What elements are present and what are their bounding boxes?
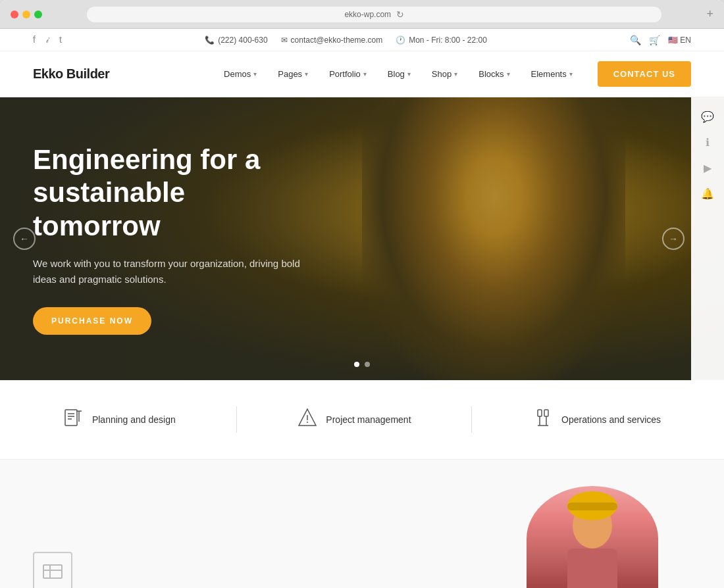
contact-button[interactable]: Contact US [598, 61, 691, 87]
lower-left [33, 486, 467, 588]
social-links: f 𝒾 t [33, 34, 62, 45]
service-label-operations: Operations and services [561, 414, 661, 425]
minimize-button[interactable] [22, 11, 30, 18]
site-logo[interactable]: Ekko Builder [33, 66, 109, 82]
close-button[interactable] [11, 11, 18, 18]
svg-point-8 [307, 422, 308, 423]
search-icon[interactable]: 🔍 [630, 35, 641, 45]
slider-prev-button[interactable]: ← [13, 228, 36, 250]
nav-label-demos: Demos [224, 69, 251, 79]
service-item-project: Project management [297, 407, 411, 433]
lower-section [0, 460, 724, 588]
slider-dots [354, 362, 370, 367]
chevron-down-icon: ▾ [363, 70, 367, 78]
nav-item-portfolio[interactable]: Portfolio ▾ [320, 64, 376, 84]
nav-label-blocks: Blocks [478, 69, 504, 79]
construction-icon [33, 552, 72, 588]
service-item-operations: Operations and services [532, 407, 661, 433]
url-text: ekko-wp.com [344, 10, 391, 19]
email-address: contact@ekko-theme.com [291, 36, 383, 45]
nav-menu: Demos ▾ Pages ▾ Portfolio ▾ Blog ▾ Shop [215, 61, 691, 87]
chevron-down-icon: ▾ [305, 70, 308, 78]
nav-item-shop[interactable]: Shop ▾ [423, 64, 467, 84]
project-icon [297, 407, 318, 433]
svg-rect-0 [65, 410, 77, 426]
main-navigation: Ekko Builder Demos ▾ Pages ▾ Portfolio ▾… [0, 51, 724, 97]
language-selector[interactable]: 🇺🇸 EN [668, 36, 691, 45]
hours-info: 🕐 Mon - Fri: 8:00 - 22:00 [396, 36, 487, 45]
nav-item-blog[interactable]: Blog ▾ [378, 64, 420, 84]
hours-text: Mon - Fri: 8:00 - 22:00 [409, 36, 487, 45]
svg-rect-19 [567, 502, 617, 510]
browser-chrome: ekko-wp.com ↻ + [0, 0, 724, 29]
maximize-button[interactable] [34, 11, 42, 18]
website-content: f 𝒾 t 📞 (222) 400-630 ✉ contact@ekko-the… [0, 29, 724, 588]
hero-content: Engineering for a sustainable tomorrow W… [0, 97, 342, 335]
service-label-project: Project management [326, 414, 411, 425]
email-icon: ✉ [281, 36, 288, 45]
email-info: ✉ contact@ekko-theme.com [281, 36, 383, 45]
svg-rect-20 [567, 549, 617, 588]
service-item-planning: Planning and design [63, 407, 176, 433]
phone-icon: 📞 [205, 36, 215, 45]
nav-label-blog: Blog [388, 69, 405, 79]
arrow-right-icon: → [669, 233, 678, 244]
info-icon[interactable]: ℹ [706, 136, 710, 149]
new-tab-button[interactable]: + [706, 7, 713, 21]
address-bar[interactable]: ekko-wp.com ↻ [87, 7, 661, 22]
comment-icon[interactable]: 💬 [701, 110, 714, 123]
slider-next-button[interactable]: → [662, 228, 685, 250]
hero-cta-button[interactable]: PURCHASE NOW [33, 307, 151, 335]
facebook-icon[interactable]: f [33, 34, 36, 45]
chevron-down-icon: ▾ [569, 70, 573, 78]
twitter-icon[interactable]: t [59, 34, 62, 45]
flag-icon: 🇺🇸 [668, 36, 678, 45]
cart-icon[interactable]: 🛒 [649, 35, 660, 45]
right-sidebar: 💬 ℹ ▶ 🔔 [691, 97, 724, 380]
lang-label: EN [680, 36, 691, 45]
clock-icon: 🕐 [396, 36, 405, 45]
nav-item-blocks[interactable]: Blocks ▾ [469, 64, 519, 84]
slider-dot-2[interactable] [365, 362, 370, 367]
contact-info: 📞 (222) 400-630 ✉ contact@ekko-theme.com… [205, 36, 487, 45]
top-bar-actions: 🔍 🛒 🇺🇸 EN [630, 35, 691, 45]
nav-item-demos[interactable]: Demos ▾ [215, 64, 266, 84]
browser-window: ekko-wp.com ↻ + f 𝒾 t 📞 (222) 400-630 ✉ … [0, 0, 724, 588]
slider-dot-1[interactable] [354, 362, 359, 367]
hero-title: Engineering for a sustainable tomorrow [33, 143, 309, 243]
instagram-icon[interactable]: 𝒾 [46, 34, 49, 45]
nav-label-elements: Elements [531, 69, 567, 79]
chevron-down-icon: ▾ [407, 70, 411, 78]
chevron-down-icon: ▾ [454, 70, 457, 78]
service-label-planning: Planning and design [92, 414, 176, 425]
hero-subtitle: We work with you to transform your organ… [33, 256, 309, 287]
person-image [527, 486, 658, 588]
hero-section: ← Engineering for a sustainable tomorrow… [0, 97, 724, 380]
svg-rect-14 [43, 565, 62, 578]
traffic-lights [11, 11, 42, 18]
nav-label-pages: Pages [278, 69, 302, 79]
phone-info: 📞 (222) 400-630 [205, 36, 267, 45]
service-divider-1 [236, 406, 237, 433]
svg-rect-10 [544, 410, 548, 416]
planning-icon [63, 407, 84, 433]
services-bar: Planning and design Project management [0, 380, 724, 460]
service-divider-2 [471, 406, 472, 433]
svg-rect-9 [538, 410, 542, 416]
nav-item-elements[interactable]: Elements ▾ [522, 64, 582, 84]
bell-icon[interactable]: 🔔 [701, 187, 714, 200]
refresh-icon[interactable]: ↻ [396, 9, 404, 20]
nav-label-shop: Shop [432, 69, 452, 79]
phone-number: (222) 400-630 [218, 36, 267, 45]
arrow-left-icon: ← [20, 233, 29, 244]
top-bar: f 𝒾 t 📞 (222) 400-630 ✉ contact@ekko-the… [0, 29, 724, 51]
nav-item-pages[interactable]: Pages ▾ [269, 64, 317, 84]
play-icon[interactable]: ▶ [704, 162, 711, 174]
operations-icon [532, 407, 554, 433]
chevron-down-icon: ▾ [253, 70, 257, 78]
lower-right [494, 486, 691, 588]
chevron-down-icon: ▾ [507, 70, 510, 78]
nav-label-portfolio: Portfolio [329, 69, 361, 79]
